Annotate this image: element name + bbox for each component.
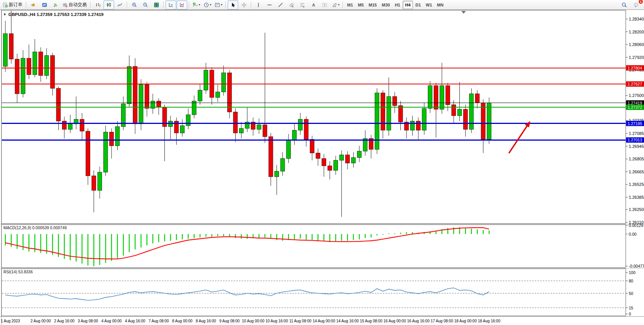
text-button[interactable]: A xyxy=(308,0,319,10)
sound-alert-button[interactable] xyxy=(28,0,39,10)
timeframe-mn[interactable]: MN xyxy=(435,1,446,9)
time-axis-label: 16 Aug 00:00 xyxy=(384,319,406,323)
fibonacci-button[interactable]: F xyxy=(297,0,308,10)
indicators-button[interactable]: ▾ xyxy=(191,0,202,10)
signals-button[interactable] xyxy=(50,0,61,10)
notifications-button[interactable]: 1 xyxy=(631,0,642,10)
auto-scroll-button[interactable] xyxy=(166,0,176,10)
price-axis-label: 1.27085 xyxy=(629,131,644,136)
auto-trading-button[interactable]: 自动交易 xyxy=(61,0,89,10)
main-chart-pane[interactable] xyxy=(2,10,626,224)
candlestick xyxy=(115,127,120,146)
candlestick xyxy=(110,132,114,146)
symbol-dropdown-toggle[interactable]: ▼ xyxy=(3,13,6,16)
channel-icon: E xyxy=(289,2,294,8)
candlestick xyxy=(452,105,456,116)
new-order-button[interactable]: 新订单 xyxy=(2,0,24,10)
svg-text:E: E xyxy=(292,5,294,8)
timeframe-h4[interactable]: H4 xyxy=(403,1,413,9)
bar-chart-icon xyxy=(95,2,100,8)
candlestick xyxy=(381,93,385,130)
candlestick xyxy=(33,52,37,75)
candlestick xyxy=(68,124,72,129)
time-axis: 1 Aug 20232 Aug 00:002 Aug 16:003 Aug 08… xyxy=(1,319,501,323)
text-label-icon: T xyxy=(322,2,327,8)
chevron-down-icon[interactable]: ▾ xyxy=(210,3,211,6)
candlestick xyxy=(428,86,432,108)
crosshair-button[interactable] xyxy=(239,0,249,10)
timeframe-m30[interactable]: M30 xyxy=(379,1,392,9)
price-axis-label: 1.26665 xyxy=(629,170,644,174)
tile-windows-button[interactable] xyxy=(151,0,162,10)
candlestick xyxy=(292,130,296,140)
timeframe-m5[interactable]: M5 xyxy=(355,1,366,9)
auto-scroll-icon xyxy=(168,2,174,8)
timeframe-w1[interactable]: W1 xyxy=(424,1,435,9)
candlestick xyxy=(21,58,25,94)
candlestick xyxy=(145,85,149,108)
cursor-button[interactable] xyxy=(228,0,238,10)
chevron-down-icon[interactable]: ▾ xyxy=(199,3,200,6)
time-axis-label: 14 Aug 00:00 xyxy=(313,319,335,323)
zoom-out-button[interactable] xyxy=(140,0,151,10)
time-axis-label: 14 Aug 16:00 xyxy=(336,319,359,323)
chart-canvas[interactable]: 1.283401.282001.280601.279201.277801.276… xyxy=(0,0,644,325)
candlestick xyxy=(434,86,438,109)
timeframe-m1[interactable]: M1 xyxy=(345,1,355,9)
line-chart-mode-button[interactable] xyxy=(115,0,125,10)
candlestick xyxy=(393,97,397,106)
price-axis-label: 1.26250 xyxy=(629,207,644,212)
price-axis-label: 1.27920 xyxy=(629,55,644,60)
text-label-button[interactable]: T xyxy=(319,0,330,10)
templates-button[interactable]: ▾ xyxy=(213,0,224,10)
equidistant-channel-button[interactable]: E xyxy=(286,0,297,10)
chevron-down-icon[interactable]: ▾ xyxy=(338,3,340,6)
candlestick xyxy=(157,101,161,108)
toolbar-separator xyxy=(343,2,343,8)
candle-chart-mode-button[interactable] xyxy=(104,0,114,10)
timeframe-m15[interactable]: M15 xyxy=(367,1,379,9)
candlestick xyxy=(275,171,279,177)
price-axis-label: 1.28060 xyxy=(629,42,644,47)
trendline-button[interactable] xyxy=(275,0,286,10)
crosshair-icon xyxy=(241,2,247,8)
text-icon: A xyxy=(311,2,316,8)
search-button[interactable] xyxy=(619,0,630,10)
main-toolbar: 新订单自动交易▾▾▾EFAT▾M1M5M15M30H1H4D1W1MN1 xyxy=(0,0,644,10)
candlestick xyxy=(269,136,273,177)
rsi-pane[interactable] xyxy=(2,269,626,316)
chart-shift-button[interactable] xyxy=(177,0,187,10)
horizontal-line-button[interactable] xyxy=(264,0,275,10)
macd-pane[interactable] xyxy=(2,225,626,268)
timeframe-h1[interactable]: H1 xyxy=(392,1,402,9)
candlestick xyxy=(104,132,108,172)
candlestick xyxy=(257,125,261,129)
candlestick xyxy=(239,128,244,133)
clock-icon xyxy=(204,2,209,8)
horizontal-line-icon xyxy=(267,2,272,8)
candlestick xyxy=(204,70,208,90)
candlestick xyxy=(310,140,314,153)
candlestick xyxy=(422,108,426,130)
price-badge-label: 1.27627 xyxy=(628,82,642,86)
macd-indicator-label: MACD(12,26,9) 0.000539 0.000749 xyxy=(3,225,67,230)
candlestick xyxy=(133,67,137,124)
price-axis: 1.283401.282001.280601.279201.277801.276… xyxy=(626,17,644,225)
shapes-button[interactable]: ▾ xyxy=(330,0,341,10)
periods-button[interactable]: ▾ xyxy=(202,0,213,10)
candlestick xyxy=(387,97,391,130)
timeframe-d1[interactable]: D1 xyxy=(413,1,423,9)
candlestick xyxy=(399,106,403,122)
bar-chart-mode-button[interactable] xyxy=(92,0,103,10)
zoom-in-button[interactable] xyxy=(129,0,140,10)
time-axis-label: 3 Aug 08:00 xyxy=(78,319,98,323)
vertical-line-button[interactable] xyxy=(253,0,264,10)
candlestick xyxy=(139,85,143,124)
candlestick xyxy=(198,90,202,101)
price-axis-label: 1.26945 xyxy=(629,144,644,149)
chevron-down-icon[interactable]: ▾ xyxy=(221,3,222,6)
time-axis-label: 9 Aug 08:00 xyxy=(219,319,240,323)
vertical-line-icon xyxy=(256,2,261,8)
market-watch-button[interactable] xyxy=(39,0,50,10)
candlestick xyxy=(56,88,61,121)
